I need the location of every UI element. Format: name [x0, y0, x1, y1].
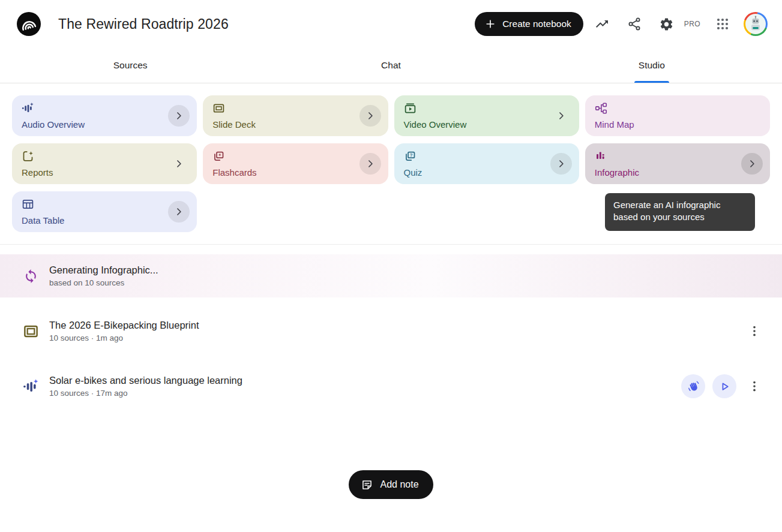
- card-label: Mind Map: [595, 119, 634, 130]
- create-notebook-button[interactable]: Create notebook: [475, 12, 583, 36]
- chevron-right-icon[interactable]: [359, 153, 381, 175]
- audio-waveform-sparkle-icon: [22, 378, 40, 395]
- card-flashcards[interactable]: Flashcards: [203, 143, 388, 184]
- add-note-label: Add note: [380, 479, 418, 490]
- artifact-subtitle: 10 sources · 17m ago: [49, 389, 681, 398]
- card-label: Slide Deck: [212, 119, 256, 130]
- slide-frame-icon: [22, 323, 40, 339]
- card-label: Audio Overview: [22, 119, 85, 130]
- card-label: Flashcards: [212, 167, 256, 178]
- card-infographic[interactable]: Infographic: [585, 143, 770, 184]
- card-slide-deck[interactable]: Slide Deck: [203, 95, 388, 136]
- chevron-right-icon[interactable]: [168, 105, 190, 127]
- chevron-right-icon[interactable]: [550, 153, 572, 175]
- more-menu-icon[interactable]: [744, 320, 765, 342]
- report-sparkle-icon: [22, 150, 53, 163]
- create-notebook-label: Create notebook: [502, 19, 571, 29]
- card-audio-overview[interactable]: Audio Overview: [12, 95, 197, 136]
- card-label: Reports: [22, 167, 53, 178]
- apps-grid-icon[interactable]: [709, 10, 736, 38]
- artifact-title: Solar e-bikes and serious language learn…: [49, 375, 681, 386]
- tab-studio[interactable]: Studio: [522, 48, 782, 83]
- slide-frame-icon: [212, 102, 256, 115]
- plus-icon: [484, 18, 496, 30]
- card-label: Infographic: [595, 167, 639, 178]
- artifact-title: The 2026 E-Bikepacking Blueprint: [49, 320, 744, 331]
- card-reports[interactable]: Reports: [12, 143, 197, 184]
- artifact-subtitle: 10 sources · 1m ago: [49, 333, 744, 342]
- interactive-mode-hand-icon[interactable]: [681, 374, 705, 398]
- tab-sources[interactable]: Sources: [0, 48, 260, 83]
- artifact-subtitle: based on 10 sources: [49, 278, 782, 287]
- add-note-button[interactable]: Add note: [349, 470, 433, 499]
- mind-map-nodes-icon: [595, 102, 634, 115]
- quiz-question-icon: ?: [404, 150, 423, 163]
- chevron-right-icon[interactable]: [168, 153, 190, 175]
- audio-waveform-sparkle-icon: [22, 102, 85, 115]
- card-label: Quiz: [404, 167, 423, 178]
- settings-gear-icon[interactable]: [653, 10, 681, 38]
- chevron-right-icon[interactable]: [359, 105, 381, 127]
- more-menu-icon[interactable]: [744, 375, 765, 397]
- share-icon[interactable]: [621, 10, 648, 38]
- chevron-right-icon[interactable]: [550, 105, 572, 127]
- pro-badge: PRO: [684, 20, 700, 28]
- video-play-icon: [404, 102, 467, 115]
- artifact-row-generating-infographic[interactable]: Generating Infographic... based on 10 so…: [0, 254, 782, 297]
- panel-tabs: Sources Chat Studio: [0, 48, 782, 83]
- avatar[interactable]: [744, 12, 768, 36]
- artifact-row-slide-deck[interactable]: The 2026 E-Bikepacking Blueprint 10 sour…: [0, 309, 782, 353]
- analytics-trending-up-icon[interactable]: [588, 10, 616, 38]
- artifact-title: Generating Infographic...: [49, 265, 782, 276]
- data-table-icon: [22, 198, 64, 211]
- svg-text:?: ?: [409, 152, 412, 158]
- chevron-right-icon[interactable]: [741, 153, 763, 175]
- tab-chat[interactable]: Chat: [260, 48, 521, 83]
- studio-artifacts-list: Generating Infographic... based on 10 so…: [0, 245, 782, 408]
- chevron-right-icon[interactable]: [168, 201, 190, 223]
- flashcards-star-icon: [212, 150, 256, 163]
- card-data-table[interactable]: Data Table: [12, 191, 197, 232]
- card-quiz[interactable]: ? Quiz: [394, 143, 579, 184]
- top-bar: The Rewired Roadtrip 2026 Create noteboo…: [0, 0, 782, 48]
- tab-chat-label: Chat: [381, 60, 401, 71]
- card-video-overview[interactable]: Video Overview: [394, 95, 579, 136]
- notebooklm-logo[interactable]: [17, 12, 41, 36]
- infographic-tooltip: Generate an AI infographic based on your…: [605, 193, 755, 231]
- artifact-row-audio-overview[interactable]: Solar e-bikes and serious language learn…: [0, 365, 782, 408]
- card-label: Data Table: [22, 215, 64, 226]
- add-note-container: Add note: [0, 470, 782, 499]
- tab-sources-label: Sources: [113, 60, 148, 71]
- play-icon[interactable]: [712, 374, 736, 398]
- notebook-title[interactable]: The Rewired Roadtrip 2026: [58, 16, 229, 32]
- tab-studio-label: Studio: [639, 60, 665, 71]
- card-mind-map[interactable]: Mind Map: [585, 95, 770, 136]
- bar-chart-icon: [595, 150, 639, 163]
- note-icon: [361, 479, 373, 491]
- avatar-robot-image: [745, 14, 766, 34]
- card-label: Video Overview: [404, 119, 467, 130]
- sync-generating-icon: [22, 269, 40, 284]
